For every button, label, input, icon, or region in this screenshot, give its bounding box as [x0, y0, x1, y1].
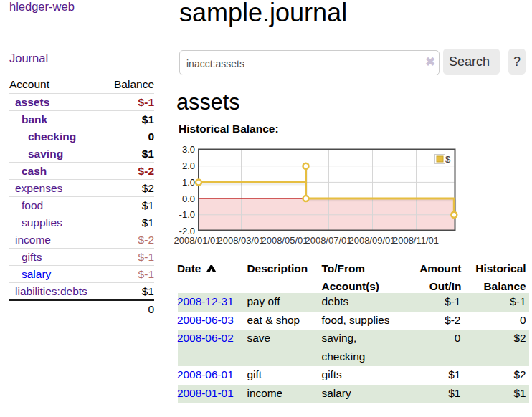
svg-text:2008/07/01: 2008/07/01: [305, 235, 351, 246]
svg-text:1.0: 1.0: [182, 177, 195, 188]
svg-text:2008/05/01: 2008/05/01: [261, 235, 308, 246]
svg-text:2008/01/01: 2008/01/01: [174, 235, 220, 246]
svg-text:2008/11/01: 2008/11/01: [393, 235, 439, 246]
svg-text:$: $: [445, 154, 451, 165]
svg-text:2.0: 2.0: [182, 160, 195, 171]
svg-text:2008/03/01: 2008/03/01: [217, 235, 264, 246]
svg-text:3.0: 3.0: [182, 144, 195, 155]
svg-text:2008/09/01: 2008/09/01: [348, 235, 395, 246]
svg-text:-1.0: -1.0: [179, 209, 195, 220]
svg-text:0.0: 0.0: [182, 193, 195, 204]
